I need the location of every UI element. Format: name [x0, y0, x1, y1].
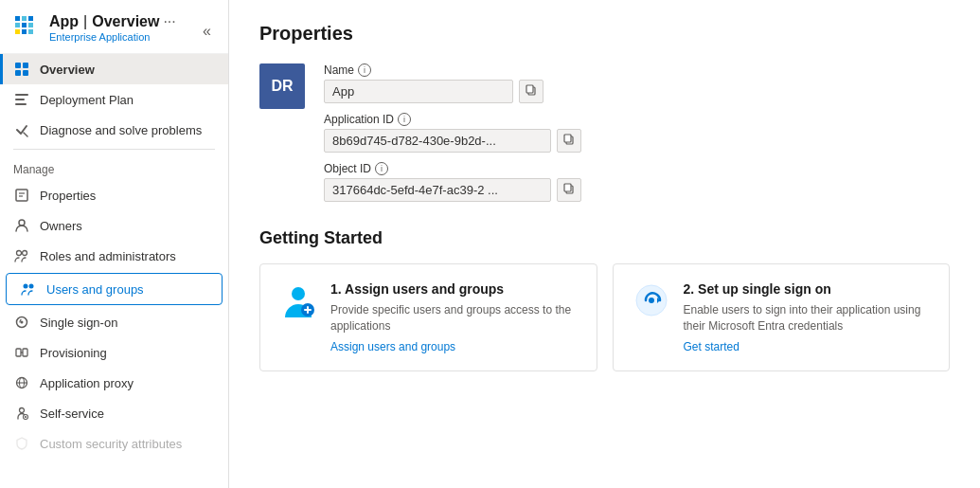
- object-id-copy-button[interactable]: [557, 178, 581, 202]
- app-id-input[interactable]: 8b69d745-d782-430e-9b2d-...: [324, 129, 551, 153]
- sidebar-item-self-service-label: Self-service: [40, 407, 104, 421]
- name-input[interactable]: App: [324, 80, 513, 103]
- sidebar-header: App | Overview ··· Enterprise Applicatio…: [0, 0, 228, 54]
- svg-rect-38: [526, 85, 533, 93]
- sidebar-item-app-proxy[interactable]: Application proxy: [0, 368, 228, 398]
- object-id-input[interactable]: 317664dc-5efd-4e7f-ac39-2 ...: [324, 178, 551, 202]
- nav-divider-1: [13, 149, 215, 150]
- object-id-field-group: Object ID i 317664dc-5efd-4e7f-ac39-2 ..…: [324, 162, 581, 202]
- sidebar-item-overview[interactable]: Overview: [0, 54, 228, 84]
- properties-row: DR Name i App: [259, 63, 950, 202]
- sidebar-item-provisioning-label: Provisioning: [40, 346, 107, 360]
- svg-rect-2: [28, 16, 33, 21]
- svg-line-16: [24, 133, 27, 136]
- roles-icon: [13, 247, 30, 264]
- svg-rect-14: [15, 99, 25, 100]
- card-setup-sso-content: 2. Set up single sign on Enable users to…: [684, 281, 931, 353]
- svg-rect-27: [16, 349, 21, 356]
- page-title: Properties: [259, 23, 950, 45]
- object-id-input-row: 317664dc-5efd-4e7f-ac39-2 ...: [324, 178, 581, 202]
- sidebar-item-roles[interactable]: Roles and administrators: [0, 241, 228, 271]
- name-copy-button[interactable]: [519, 80, 543, 103]
- sidebar-item-sso-label: Single sign-on: [40, 316, 117, 330]
- sidebar: App | Overview ··· Enterprise Applicatio…: [0, 0, 229, 488]
- sidebar-app-name: App: [49, 13, 79, 30]
- sidebar-more-icon[interactable]: ···: [163, 13, 175, 30]
- sidebar-item-self-service[interactable]: Self-service: [0, 398, 228, 428]
- getting-started-title: Getting Started: [259, 228, 950, 248]
- card-assign-users: 1. Assign users and groups Provide speci…: [259, 263, 597, 371]
- svg-point-22: [23, 251, 27, 256]
- card-setup-sso-title: 2. Set up single sign on: [684, 281, 931, 297]
- sidebar-item-custom-security-label: Custom security attributes: [40, 437, 182, 451]
- sidebar-title-block: App | Overview ··· Enterprise Applicatio…: [49, 13, 176, 43]
- app-id-label: Application ID i: [324, 113, 581, 126]
- sidebar-item-users-groups[interactable]: Users and groups: [6, 273, 223, 305]
- svg-rect-42: [564, 184, 571, 191]
- name-input-row: App: [324, 80, 581, 103]
- svg-rect-3: [15, 23, 20, 27]
- app-grid-icon: [13, 14, 40, 41]
- sidebar-item-diagnose-label: Diagnose and solve problems: [40, 123, 202, 137]
- assign-users-link[interactable]: Assign users and groups: [330, 340, 578, 353]
- card-assign-users-title: 1. Assign users and groups: [330, 281, 578, 297]
- sidebar-item-properties-label: Properties: [40, 189, 96, 203]
- get-started-link[interactable]: Get started: [684, 340, 931, 353]
- sidebar-subtitle: Enterprise Application: [49, 31, 176, 43]
- sidebar-item-deployment-plan[interactable]: Deployment Plan: [0, 84, 228, 115]
- provisioning-icon: [13, 344, 30, 361]
- app-id-copy-button[interactable]: [557, 129, 581, 153]
- diagnose-icon: [13, 121, 30, 138]
- custom-security-icon: [13, 435, 30, 452]
- svg-rect-0: [15, 16, 20, 21]
- svg-point-43: [292, 287, 305, 300]
- sidebar-item-provisioning[interactable]: Provisioning: [0, 337, 228, 368]
- svg-rect-10: [23, 63, 28, 68]
- svg-rect-17: [16, 190, 27, 201]
- sidebar-item-properties[interactable]: Properties: [0, 180, 228, 210]
- svg-rect-9: [15, 63, 21, 68]
- app-avatar: DR: [259, 63, 305, 109]
- name-field-group: Name i App: [324, 63, 581, 103]
- svg-rect-8: [28, 29, 33, 34]
- object-id-info-icon[interactable]: i: [375, 162, 388, 175]
- sidebar-item-users-groups-label: Users and groups: [46, 282, 144, 297]
- sidebar-item-diagnose[interactable]: Diagnose and solve problems: [0, 115, 228, 145]
- getting-started-cards: 1. Assign users and groups Provide speci…: [259, 263, 950, 371]
- users-groups-icon: [20, 280, 37, 298]
- app-proxy-icon: [13, 374, 30, 391]
- sidebar-item-sso[interactable]: Single sign-on: [0, 307, 228, 337]
- properties-icon: [13, 187, 30, 204]
- sidebar-page-name: Overview: [92, 13, 159, 30]
- svg-point-33: [20, 408, 25, 413]
- svg-rect-13: [15, 94, 28, 96]
- svg-rect-7: [22, 29, 27, 34]
- manage-section-label: Manage: [0, 154, 228, 180]
- app-id-info-icon[interactable]: i: [398, 113, 411, 126]
- sidebar-item-custom-security[interactable]: Custom security attributes: [0, 428, 228, 459]
- deployment-plan-icon: [13, 91, 30, 108]
- sso-icon: [13, 314, 30, 331]
- svg-point-23: [24, 284, 28, 289]
- svg-rect-40: [564, 135, 571, 142]
- card-assign-users-content: 1. Assign users and groups Provide speci…: [330, 281, 578, 353]
- svg-point-21: [17, 251, 22, 256]
- svg-rect-1: [22, 16, 27, 21]
- svg-point-24: [29, 284, 34, 289]
- svg-point-20: [19, 220, 25, 226]
- svg-rect-28: [23, 349, 27, 356]
- self-service-icon: [13, 405, 30, 422]
- svg-rect-12: [23, 70, 28, 76]
- sidebar-nav-scroll: Overview Deployment Plan Diagnose and so…: [0, 54, 228, 488]
- sidebar-item-roles-label: Roles and administrators: [40, 249, 176, 263]
- properties-section: DR Name i App: [259, 63, 950, 202]
- sidebar-item-overview-label: Overview: [40, 63, 95, 77]
- svg-rect-6: [15, 29, 20, 34]
- sidebar-item-app-proxy-label: Application proxy: [40, 376, 134, 390]
- name-info-icon[interactable]: i: [358, 63, 371, 77]
- sidebar-item-owners[interactable]: Owners: [0, 210, 228, 241]
- sidebar-item-owners-label: Owners: [40, 219, 82, 233]
- overview-icon: [13, 61, 30, 78]
- owners-icon: [13, 217, 30, 234]
- sidebar-collapse-button[interactable]: «: [199, 19, 215, 44]
